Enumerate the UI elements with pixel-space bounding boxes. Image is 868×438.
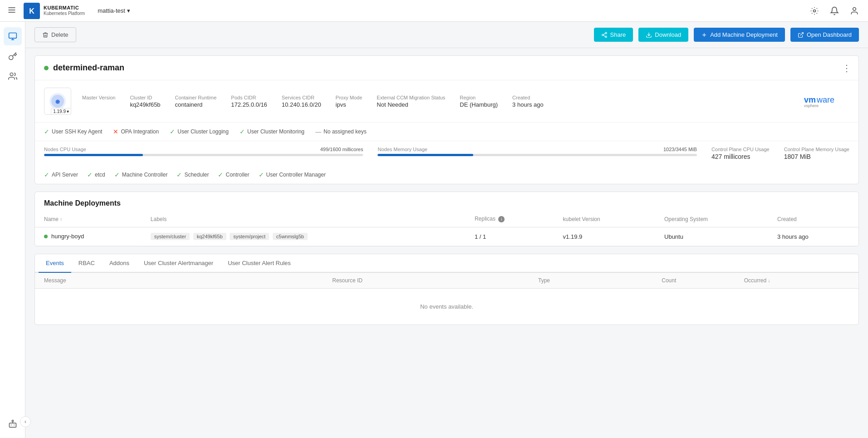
component-etcd: ✓ etcd [87, 171, 105, 178]
nodes-memory-usage: Nodes Memory Usage 1023/3445 MiB [378, 147, 696, 160]
check-icon: ✓ [87, 171, 93, 178]
sidebar [0, 22, 25, 438]
col-os: Operating System [655, 211, 768, 227]
event-col-resource-id: Resource ID [323, 273, 529, 289]
col-replicas: Replicas i [466, 211, 554, 227]
svg-point-5 [814, 10, 816, 12]
check-icon: ✓ [170, 128, 175, 135]
tab-alertmanager[interactable]: User Cluster Alertmanager [137, 254, 221, 273]
info-icon: i [498, 216, 505, 222]
svg-line-19 [603, 33, 605, 34]
cluster-id-col: Master Version [82, 95, 115, 108]
pods-cidr-info: Pods CIDR 172.25.0.0/16 [231, 95, 267, 108]
machine-deployments-card: Machine Deployments Name ↑ Labels Replic… [34, 192, 859, 246]
info-grid: Master Version Cluster ID kq249kf65b Con… [82, 95, 793, 108]
cluster-id-info: Cluster ID kq249kf65b [130, 95, 160, 108]
ext-ccm-info: External CCM Migration Status Not Needed [377, 95, 445, 108]
check-icon: ✓ [259, 171, 264, 178]
feature-logging: ✓ User Cluster Logging [170, 128, 229, 135]
feature-monitoring: ✓ User Cluster Monitoring [240, 128, 304, 135]
kubernetes-icon: ⎈ [49, 92, 67, 110]
hamburger-button[interactable] [7, 5, 16, 16]
sort-asc-icon: ↑ [60, 217, 62, 222]
sidebar-item-clusters[interactable] [4, 27, 22, 45]
svg-rect-7 [9, 33, 16, 39]
component-scheduler: ✓ Scheduler [177, 171, 209, 178]
cluster-logo: ⎈ 1.19.9 ▾ [44, 88, 71, 115]
region-info: Region DE (Hamburg) [460, 95, 498, 108]
component-api-server: ✓ API Server [44, 171, 78, 178]
user-icon[interactable] [848, 5, 861, 17]
col-created: Created [768, 211, 858, 227]
deployment-kubelet: v1.19.9 [554, 227, 655, 246]
action-bar: Delete Share Download Add Machine Deploy [25, 22, 868, 48]
table-row: hungry-boyd system/cluster kq249kf65b sy… [35, 227, 858, 246]
sidebar-collapse-button[interactable]: ‹ [20, 416, 31, 427]
version-selector[interactable]: 1.19.9 ▾ [51, 108, 71, 115]
nodes-cpu-bar-fill [44, 154, 143, 156]
vmware-logo: vm ware vsphere [804, 93, 849, 110]
sidebar-item-members[interactable] [4, 67, 22, 85]
svg-text:⎈: ⎈ [55, 98, 60, 105]
tab-events[interactable]: Events [39, 254, 71, 273]
svg-rect-11 [9, 423, 16, 427]
component-user-controller-manager: ✓ User Controller Manager [259, 171, 326, 178]
deployment-status-dot [44, 235, 48, 238]
deployment-labels: system/cluster kq249kf65b system/project… [142, 227, 466, 246]
event-col-occurred[interactable]: Occurred ↓ [735, 273, 858, 289]
tag-project-id: c5wnmslg5b [273, 233, 308, 240]
tabs-section: Events RBAC Addons User Cluster Alertman… [34, 254, 859, 325]
tab-addons[interactable]: Addons [102, 254, 137, 273]
event-col-message: Message [35, 273, 323, 289]
svg-text:vsphere: vsphere [804, 103, 819, 108]
col-name[interactable]: Name ↑ [35, 211, 142, 227]
deployment-name[interactable]: hungry-boyd [35, 227, 142, 246]
deployment-replicas: 1 / 1 [466, 227, 554, 246]
svg-text:ware: ware [816, 95, 834, 104]
sidebar-item-keys[interactable] [4, 47, 22, 65]
created-info: Created 3 hours ago [512, 95, 544, 108]
share-button[interactable]: Share [594, 28, 633, 42]
cluster-card: determined-raman ⋮ ⎈ 1.19.9 ▾ [34, 55, 859, 184]
open-dashboard-button[interactable]: Open Dashboard [790, 28, 859, 42]
project-selector[interactable]: mattia-test ▾ [98, 7, 130, 14]
check-icon: ✓ [240, 128, 245, 135]
delete-button[interactable]: Delete [34, 27, 76, 42]
usage-section: Nodes CPU Usage 499/1600 millicores Node… [35, 141, 858, 166]
more-menu-button[interactable]: ⋮ [842, 63, 851, 74]
tab-alert-rules[interactable]: User Cluster Alert Rules [221, 254, 298, 273]
deployment-os: Ubuntu [655, 227, 768, 246]
svg-point-17 [605, 36, 607, 38]
col-labels: Labels [142, 211, 466, 227]
nodes-cpu-bar-bg [44, 154, 363, 156]
sidebar-item-robot[interactable] [4, 414, 22, 433]
events-empty: No events available. [35, 289, 858, 325]
logo-text: KUBERMATIC Kubernetes Platform [44, 5, 85, 16]
tab-rbac[interactable]: RBAC [71, 254, 102, 273]
check-icon: ✓ [114, 171, 120, 178]
feature-user-ssh: ✓ User SSH Key Agent [44, 128, 102, 135]
settings-icon[interactable] [808, 5, 821, 17]
kubermatic-logo-icon: K [24, 3, 40, 19]
content: Delete Share Download Add Machine Deploy [25, 22, 868, 438]
control-plane-memory: Control Plane Memory Usage 1807 MiB [784, 147, 849, 160]
nav-icons [808, 5, 861, 17]
chevron-down-icon: ▾ [127, 7, 130, 14]
main-layout: Delete Share Download Add Machine Deploy [0, 22, 868, 438]
check-icon: ✓ [44, 171, 49, 178]
cluster-info: ⎈ 1.19.9 ▾ Master Version Cluster ID kq2… [35, 80, 858, 123]
cluster-name: determined-raman [53, 63, 124, 73]
svg-point-12 [12, 420, 13, 422]
event-col-count: Count [652, 273, 735, 289]
component-controller: ✓ Controller [218, 171, 249, 178]
notification-icon[interactable] [828, 5, 841, 17]
svg-line-23 [800, 32, 803, 35]
download-icon [646, 32, 652, 38]
download-button[interactable]: Download [638, 28, 688, 42]
logo: K KUBERMATIC Kubernetes Platform [24, 3, 85, 19]
event-col-type: Type [529, 273, 652, 289]
top-nav: K KUBERMATIC Kubernetes Platform mattia-… [0, 0, 868, 22]
sort-desc-icon: ↓ [768, 278, 770, 283]
trash-icon [42, 32, 49, 38]
add-machine-deployment-button[interactable]: Add Machine Deployment [694, 28, 785, 42]
